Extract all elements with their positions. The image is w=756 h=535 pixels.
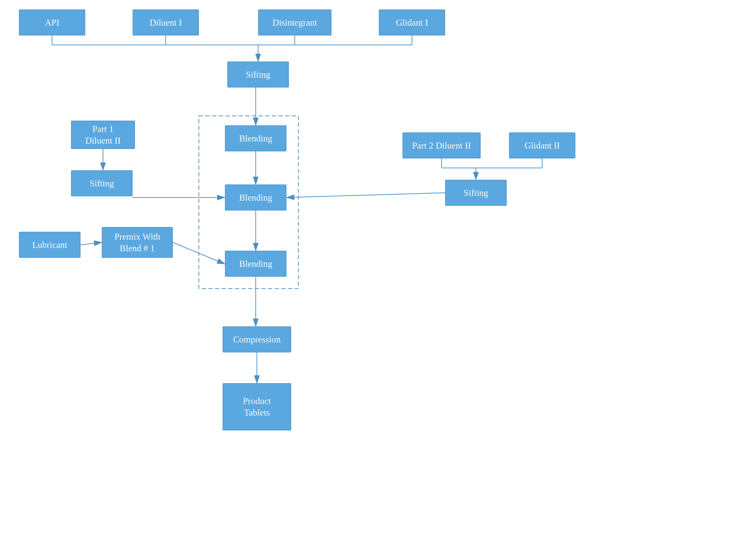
glidant2-box: Glidant II [509, 132, 575, 158]
api-box: API [19, 10, 85, 36]
sifting3-box: Sifting [445, 180, 507, 206]
part1diluent2-box: Part 1Diluent II [71, 121, 135, 149]
premix-box: Premix WithBlend # 1 [102, 227, 173, 258]
product-box: ProductTablets [223, 383, 291, 431]
svg-line-15 [173, 242, 224, 264]
blending1-box: Blending [225, 126, 287, 151]
blending3-box: Blending [225, 251, 287, 277]
compression-box: Compression [223, 326, 291, 352]
lubricant-box: Lubricant [19, 232, 80, 258]
disintegrant-box: Disintegrant [258, 10, 331, 36]
svg-line-14 [80, 242, 101, 245]
part2diluent2-box: Part 2 Diluent II [403, 132, 481, 158]
flowchart-arrows [0, 0, 756, 535]
svg-line-20 [287, 193, 445, 197]
glidant1-box: Glidant I [379, 10, 445, 36]
sifting1-box: Sifting [227, 62, 289, 88]
blending2-box: Blending [225, 184, 287, 211]
diluent1-box: Diluent I [133, 10, 199, 36]
sifting2-box: Sifting [71, 170, 133, 196]
